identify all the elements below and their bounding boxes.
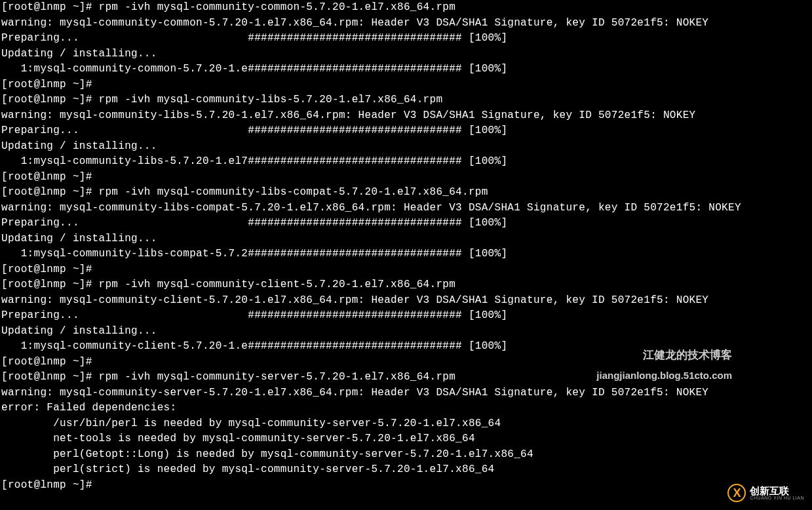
terminal-output: [root@lnmp ~]# rpm -ivh mysql-community-… — [1, 0, 811, 494]
watermark-url: jiangjianlong.blog.51cto.com — [596, 368, 732, 383]
logo-icon: X — [727, 484, 746, 502]
logo-letter: X — [733, 487, 741, 499]
logo-text: 创新互联 CHUANG XIN HU LIAN — [750, 486, 804, 500]
watermark-title: 江健龙的技术博客 — [643, 347, 732, 364]
logo-en-text: CHUANG XIN HU LIAN — [750, 496, 804, 500]
brand-logo: X 创新互联 CHUANG XIN HU LIAN — [727, 484, 804, 502]
logo-cn-text: 创新互联 — [750, 486, 804, 496]
